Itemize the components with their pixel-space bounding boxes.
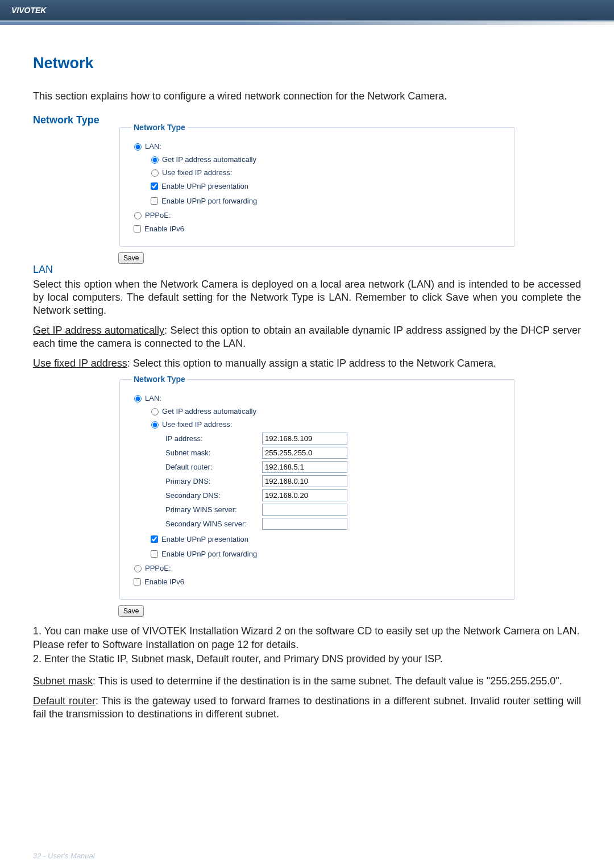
get-ip-auto-radio-2[interactable] <box>151 408 159 416</box>
lan-label-2: LAN: <box>145 394 161 402</box>
ipv6-checkbox[interactable] <box>134 225 141 232</box>
header-bar: VIVOTEK <box>0 0 614 22</box>
subnet-mask-label: Subnet mask: <box>165 448 262 457</box>
upnp-presentation-label: Enable UPnP presentation <box>161 182 248 190</box>
ipv6-label: Enable IPv6 <box>144 225 184 233</box>
get-ip-auto-label: Get IP address automatically <box>162 155 256 164</box>
use-fixed-rest: : Select this option to manually assign … <box>127 358 496 369</box>
ipv6-label-2: Enable IPv6 <box>144 578 184 586</box>
lan-paragraph: Select this option when the Network Came… <box>33 278 581 317</box>
router-rest: : This is the gateway used to forward fr… <box>33 695 581 720</box>
network-type-panel-1: Network Type LAN: Get IP address automat… <box>119 123 515 247</box>
ip-address-input[interactable] <box>262 433 347 445</box>
default-router-label: Default router: <box>165 463 262 471</box>
page-footer: 32 - User's Manual <box>33 852 95 860</box>
use-fixed-underline: Use fixed IP address <box>33 358 127 369</box>
lan-heading: LAN <box>33 264 581 276</box>
primary-wins-label: Primary WINS server: <box>165 505 262 514</box>
get-ip-auto-label-2: Get IP address automatically <box>162 407 256 416</box>
brand: VIVOTEK <box>11 6 46 15</box>
upnp-port-label: Enable UPnP port forwarding <box>161 197 257 205</box>
default-router-input[interactable] <box>262 461 347 473</box>
page-title: Network <box>33 55 581 72</box>
upnp-presentation-checkbox-2[interactable] <box>151 535 158 543</box>
save-button-2[interactable]: Save <box>118 605 144 617</box>
get-ip-paragraph: Get IP address automatically: Select thi… <box>33 324 581 350</box>
primary-dns-input[interactable] <box>262 475 347 487</box>
use-fixed-paragraph: Use fixed IP address: Select this option… <box>33 357 581 370</box>
subnet-mask-input[interactable] <box>262 447 347 459</box>
intro-text: This section explains how to configure a… <box>33 89 581 103</box>
secondary-wins-label: Secondary WINS server: <box>165 520 262 528</box>
use-fixed-label-2: Use fixed IP address: <box>162 420 232 429</box>
secondary-wins-input[interactable] <box>262 518 347 530</box>
use-fixed-radio-2[interactable] <box>151 421 159 429</box>
lan-paragraph-text: Select this option when the Network Came… <box>33 279 581 316</box>
pppoe-radio[interactable] <box>134 212 142 219</box>
use-fixed-radio[interactable] <box>151 169 159 177</box>
subnet-paragraph: Subnet mask: This is used to determine i… <box>33 675 581 688</box>
use-fixed-label: Use fixed IP address: <box>162 168 232 177</box>
panel1-legend: Network Type <box>131 123 188 132</box>
upnp-port-checkbox-2[interactable] <box>151 550 158 558</box>
upnp-presentation-checkbox[interactable] <box>151 182 158 190</box>
upnp-presentation-label-2: Enable UPnP presentation <box>161 535 248 543</box>
router-paragraph: Default router: This is the gateway used… <box>33 695 581 721</box>
secondary-dns-input[interactable] <box>262 489 347 501</box>
lan-radio[interactable] <box>134 143 142 151</box>
router-underline: Default router <box>33 695 96 707</box>
note-1: 1. You can make use of VIVOTEK Installat… <box>33 625 581 651</box>
pppoe-radio-2[interactable] <box>134 565 142 572</box>
primary-dns-label: Primary DNS: <box>165 477 262 485</box>
note-2: 2. Enter the Static IP, Subnet mask, Def… <box>33 653 581 666</box>
subnet-rest: : This is used to determine if the desti… <box>93 675 562 687</box>
save-button-1[interactable]: Save <box>118 252 144 264</box>
panel2-legend: Network Type <box>131 375 188 384</box>
pppoe-label-2: PPPoE: <box>145 564 171 572</box>
upnp-port-label-2: Enable UPnP port forwarding <box>161 550 257 558</box>
ip-address-label: IP address: <box>165 434 262 443</box>
lan-label: LAN: <box>145 142 161 151</box>
get-ip-auto-radio[interactable] <box>151 156 159 164</box>
lan-radio-2[interactable] <box>134 395 142 402</box>
subnet-underline: Subnet mask <box>33 675 93 687</box>
upnp-port-checkbox[interactable] <box>151 197 158 205</box>
primary-wins-input[interactable] <box>262 504 347 516</box>
ipv6-checkbox-2[interactable] <box>134 578 141 585</box>
secondary-dns-label: Secondary DNS: <box>165 491 262 500</box>
pppoe-label: PPPoE: <box>145 211 171 219</box>
get-ip-underline: Get IP address automatically <box>33 325 164 336</box>
network-type-panel-2: Network Type LAN: Get IP address automat… <box>119 375 515 600</box>
